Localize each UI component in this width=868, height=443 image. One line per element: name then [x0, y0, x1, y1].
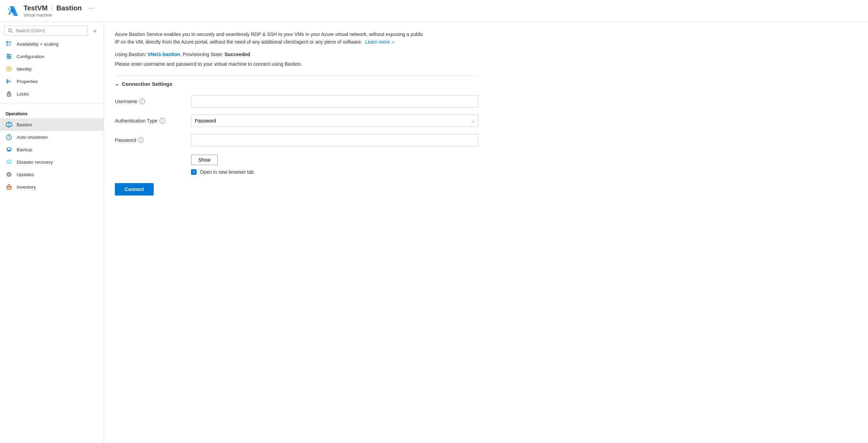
- sliders-icon: [6, 53, 12, 60]
- svg-rect-7: [6, 44, 8, 46]
- sidebar-item-properties[interactable]: Properties: [0, 75, 103, 88]
- operations-label: Operations: [0, 106, 103, 118]
- sidebar-item-locks[interactable]: Locks: [0, 88, 103, 100]
- disaster-recovery-icon: [6, 159, 12, 165]
- connection-settings-label: Connection Settings: [122, 81, 172, 87]
- bastion-name-link[interactable]: VNet1-bastion: [147, 52, 180, 57]
- show-button[interactable]: Show: [191, 155, 218, 165]
- sidebar-top-items: Availability + scaling Configuration Ide…: [0, 38, 103, 100]
- header: TestVM | Bastion ··· Virtual machine: [0, 0, 868, 22]
- sidebar-item-bastion[interactable]: Bastion: [0, 118, 103, 131]
- sidebar-label-availability-scaling: Availability + scaling: [17, 42, 58, 47]
- username-input[interactable]: [191, 95, 478, 108]
- collapse-button[interactable]: «: [91, 26, 99, 35]
- backup-icon: [6, 146, 12, 153]
- password-info-icon[interactable]: i: [138, 137, 144, 143]
- svg-point-16: [8, 68, 10, 70]
- svg-rect-6: [9, 41, 11, 43]
- vm-name: TestVM: [24, 4, 48, 12]
- provisioning-state: Succeeded: [225, 52, 250, 57]
- svg-point-3: [8, 29, 11, 32]
- svg-line-4: [11, 31, 12, 33]
- search-icon: [8, 28, 13, 33]
- auth-type-row: Authentication Type i Password SSH Priva…: [115, 115, 478, 127]
- sidebar-label-updates: Updates: [17, 172, 34, 177]
- auth-type-info-icon[interactable]: i: [160, 118, 165, 124]
- auth-type-label: Authentication Type i: [115, 118, 191, 124]
- username-row: Username i: [115, 95, 478, 108]
- svg-rect-19: [10, 81, 11, 83]
- sidebar: « Availability + scaling Configuration: [0, 22, 104, 443]
- sidebar-item-updates[interactable]: Updates: [0, 168, 103, 181]
- username-label: Username i: [115, 99, 191, 104]
- sidebar-label-locks: Locks: [17, 91, 29, 97]
- password-row: Password i: [115, 134, 478, 146]
- main-content: Azure Bastion Service enables you to sec…: [104, 22, 868, 443]
- sidebar-label-auto-shutdown: Auto-shutdown: [17, 135, 48, 140]
- learn-more-link[interactable]: Learn more ↗: [365, 39, 394, 45]
- sidebar-label-inventory: Inventory: [17, 184, 36, 190]
- bastion-icon: [6, 121, 12, 128]
- sidebar-label-configuration: Configuration: [17, 54, 44, 59]
- header-logo: TestVM | Bastion ··· Virtual machine: [7, 4, 95, 18]
- actions-area: Show Open in new browser tab: [191, 153, 478, 175]
- page-name: Bastion: [56, 4, 82, 12]
- svg-point-33: [8, 173, 10, 175]
- connection-settings: ⌄ Connection Settings Username i Authent…: [115, 75, 478, 175]
- sidebar-label-backup: Backup: [17, 147, 32, 152]
- sidebar-label-identity: Identity: [17, 66, 32, 72]
- identity-icon: [6, 65, 12, 72]
- sidebar-divider: [0, 103, 103, 103]
- external-link-icon: ↗: [391, 40, 394, 44]
- description-text: Azure Bastion Service enables you to sec…: [115, 30, 426, 46]
- svg-marker-39: [7, 184, 11, 187]
- auth-type-wrapper: Password SSH Private Key ⌵: [191, 115, 478, 127]
- sidebar-item-disaster-recovery[interactable]: Disaster recovery: [0, 156, 103, 168]
- password-input[interactable]: [191, 134, 478, 146]
- svg-rect-18: [8, 80, 9, 83]
- operations-section: Operations Bastion Auto-shutdown Backup: [0, 106, 103, 193]
- svg-rect-8: [9, 44, 11, 46]
- chevron-down-icon: ⌄: [115, 81, 119, 87]
- svg-rect-5: [6, 41, 8, 43]
- sidebar-label-bastion: Bastion: [17, 122, 32, 127]
- svg-point-30: [7, 147, 11, 150]
- header-subtitle: Virtual machine: [24, 13, 95, 18]
- auth-type-select[interactable]: Password SSH Private Key: [191, 115, 478, 127]
- sidebar-item-availability-scaling[interactable]: Availability + scaling: [0, 38, 103, 50]
- lock-icon: [6, 90, 12, 97]
- svg-rect-17: [7, 79, 8, 83]
- search-box[interactable]: [4, 26, 88, 36]
- sidebar-item-configuration[interactable]: Configuration: [0, 50, 103, 63]
- main-layout: « Availability + scaling Configuration: [0, 22, 868, 443]
- inventory-icon: [6, 183, 12, 190]
- open-new-tab-checkbox[interactable]: [191, 169, 197, 175]
- header-ellipsis[interactable]: ···: [88, 4, 95, 12]
- svg-point-14: [8, 57, 9, 59]
- bastion-status: Using Bastion: VNet1-bastion, Provisioni…: [115, 52, 857, 57]
- svg-point-13: [9, 56, 10, 57]
- password-label: Password i: [115, 137, 191, 143]
- header-separator: |: [51, 4, 53, 12]
- clock-icon: [6, 134, 12, 141]
- search-input[interactable]: [16, 28, 84, 33]
- svg-line-28: [9, 137, 10, 138]
- open-new-tab-label: Open in new browser tab: [200, 169, 254, 175]
- creds-prompt: Please enter username and password to yo…: [115, 61, 857, 67]
- header-title-group: TestVM | Bastion ··· Virtual machine: [24, 4, 95, 18]
- connection-settings-header[interactable]: ⌄ Connection Settings: [115, 81, 478, 87]
- svg-point-21: [9, 94, 10, 96]
- sidebar-item-inventory[interactable]: Inventory: [0, 181, 103, 193]
- updates-icon: [6, 171, 12, 178]
- open-new-tab-row: Open in new browser tab: [191, 169, 478, 175]
- grid-icon: [6, 40, 12, 47]
- properties-icon: [6, 78, 12, 85]
- sidebar-label-properties: Properties: [17, 79, 38, 84]
- username-info-icon[interactable]: i: [139, 99, 145, 104]
- azure-logo-icon: [7, 5, 19, 17]
- sidebar-item-auto-shutdown[interactable]: Auto-shutdown: [0, 131, 103, 143]
- sidebar-item-identity[interactable]: Identity: [0, 63, 103, 75]
- sidebar-item-backup[interactable]: Backup: [0, 143, 103, 156]
- connect-button[interactable]: Connect: [115, 183, 154, 196]
- svg-point-12: [7, 54, 9, 55]
